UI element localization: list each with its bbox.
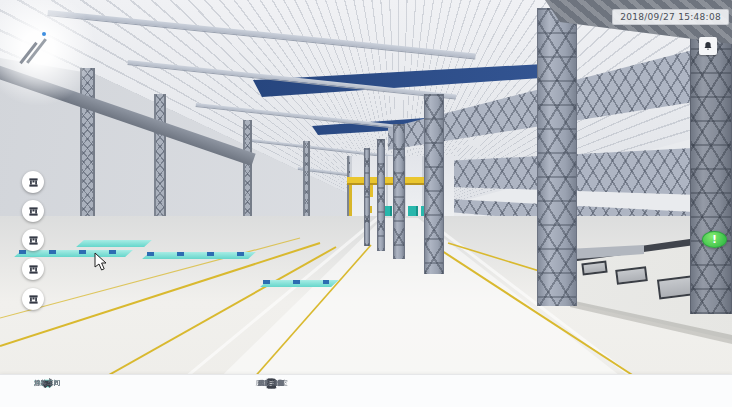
steel-column [377, 139, 385, 251]
mouse-cursor [94, 252, 107, 271]
notification-button[interactable] [699, 37, 717, 55]
bottom-toolbar: 整厂冲压车间焊装车间涂装车间总装车间 生产物流物流规划工厂安保质量实验室质量评审… [0, 374, 732, 407]
alert-marker[interactable]: ! [702, 231, 727, 248]
steel-column [364, 148, 370, 246]
hotspot-press-line-2[interactable] [22, 200, 44, 222]
hotspot-press-line-5[interactable] [22, 288, 44, 310]
press-machine-icon [28, 264, 39, 275]
press-machine-icon [28, 294, 39, 305]
steel-column [393, 124, 405, 259]
toolbar-item-label: 总装车间 [34, 378, 60, 387]
digital-factory-app: ! 2018/09/27 15:48:08 整厂冲压车间焊装车间涂装车间总装车间… [0, 0, 732, 407]
bell-icon [703, 41, 713, 51]
toolbar-item-label: 一般规划 [258, 378, 284, 387]
timestamp: 2018/09/27 15:48:08 [612, 9, 729, 25]
press-machine-icon [28, 235, 39, 246]
press-machine-icon [28, 177, 39, 188]
steel-column [424, 94, 444, 274]
hotspot-press-line-3[interactable] [22, 229, 44, 251]
press-machine-icon [28, 206, 39, 217]
hotspot-press-line-4[interactable] [22, 258, 44, 280]
hotspot-press-line-1[interactable] [22, 171, 44, 193]
steel-column-near [537, 8, 577, 306]
pole-tip [42, 32, 46, 36]
